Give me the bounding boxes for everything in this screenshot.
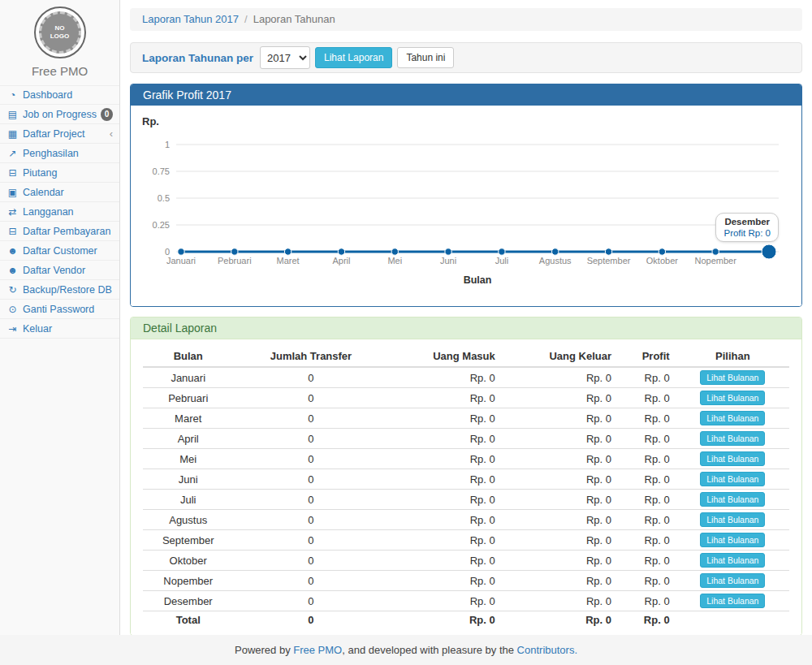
year-select[interactable]: 2017 — [260, 46, 310, 69]
footer-link-free-pmo[interactable]: Free PMO — [293, 644, 342, 656]
lihat-bulanan-button-mei[interactable]: Lihat Bulanan — [700, 451, 765, 466]
detail-panel-title: Detail Laporan — [131, 317, 801, 339]
money-icon: ⊟ — [6, 226, 19, 237]
lihat-bulanan-button-juni[interactable]: Lihat Bulanan — [700, 472, 765, 486]
table-cell: Rp. 0 — [618, 490, 676, 510]
table-cell: Rp. 0 — [502, 469, 618, 490]
lihat-bulanan-button-april[interactable]: Lihat Bulanan — [700, 431, 765, 446]
breadcrumb-link-laporan-tahun[interactable]: Laporan Tahun 2017 — [142, 13, 239, 25]
table-cell: Juni — [143, 469, 233, 490]
chevron-left-icon: ‹ — [110, 127, 113, 140]
x-tick-label: September — [587, 256, 631, 266]
lihat-bulanan-button-juli[interactable]: Lihat Bulanan — [700, 492, 765, 507]
this-year-button[interactable]: Tahun ini — [397, 47, 454, 68]
table-cell: Rp. 0 — [388, 510, 501, 530]
lihat-bulanan-button-pebruari[interactable]: Lihat Bulanan — [700, 391, 765, 405]
table-row-mei: Mei0Rp. 0Rp. 0Rp. 0Lihat Bulanan — [143, 449, 789, 469]
sidebar-item-job-on-progress[interactable]: ▤Job on Progress0 — [0, 105, 119, 124]
lihat-bulanan-button-nopember[interactable]: Lihat Bulanan — [700, 573, 765, 588]
data-point-nopember[interactable] — [712, 248, 719, 255]
table-cell: Lihat Bulanan — [676, 591, 789, 611]
dashboard-icon: ◔ — [6, 89, 19, 101]
sidebar-item-backup-restore-db[interactable]: ↻Backup/Restore DB — [0, 280, 119, 300]
data-point-mei[interactable] — [391, 248, 398, 255]
sign-out-icon: ⇥ — [6, 323, 19, 335]
lihat-bulanan-button-agustus[interactable]: Lihat Bulanan — [700, 512, 765, 527]
view-report-button[interactable]: Lihat Laporan — [315, 47, 392, 68]
table-cell: Rp. 0 — [618, 510, 676, 530]
tooltip-value: Profit Rp: 0 — [723, 228, 771, 238]
chart-x-axis-title: Bulan — [464, 274, 492, 286]
table-cell: Rp. 0 — [618, 591, 676, 611]
sidebar-item-keluar[interactable]: ⇥Keluar — [0, 319, 119, 339]
lihat-bulanan-button-september[interactable]: Lihat Bulanan — [700, 533, 765, 547]
table-row-september: September0Rp. 0Rp. 0Rp. 0Lihat Bulanan — [143, 530, 789, 551]
sidebar-item-piutang[interactable]: ⊟Piutang — [0, 163, 119, 183]
sidebar-item-daftar-project[interactable]: ▦Daftar Project‹ — [0, 124, 119, 144]
app-logo: NO LOGO — [0, 0, 119, 58]
report-form-label: Laporan Tahunan per — [142, 52, 253, 64]
table-cell: Rp. 0 — [388, 388, 501, 408]
sidebar-item-label: Daftar Customer — [23, 245, 97, 257]
sidebar-item-calendar[interactable]: ▣Calendar — [0, 183, 119, 202]
table-cell: 0 — [233, 408, 388, 429]
table-cell: 0 — [233, 551, 388, 571]
table-row-juli: Juli0Rp. 0Rp. 0Rp. 0Lihat Bulanan — [143, 490, 789, 510]
sidebar-item-penghasilan[interactable]: ↗Penghasilan — [0, 144, 119, 163]
footer-link-contributors[interactable]: Contributors. — [517, 644, 577, 656]
lihat-bulanan-button-januari[interactable]: Lihat Bulanan — [700, 370, 765, 385]
table-cell: 0 — [233, 611, 388, 629]
data-point-maret[interactable] — [284, 248, 291, 255]
sidebar-item-ganti-password[interactable]: ⊙Ganti Password — [0, 300, 119, 319]
sidebar-item-label: Dashboard — [23, 89, 72, 101]
table-row-april: April0Rp. 0Rp. 0Rp. 0Lihat Bulanan — [143, 429, 789, 449]
table-cell: Rp. 0 — [388, 367, 501, 388]
sidebar-item-daftar-pembayaran[interactable]: ⊟Daftar Pembayaran — [0, 222, 119, 241]
table-cell: 0 — [233, 469, 388, 490]
data-point-desember[interactable] — [762, 244, 776, 259]
table-cell: Total — [143, 611, 233, 629]
data-point-april[interactable] — [338, 248, 344, 255]
table-cell: Rp. 0 — [502, 591, 618, 611]
sidebar-item-label: Daftar Pembayaran — [23, 226, 110, 237]
footer-text-2: , and developed with pleasure by the — [342, 644, 516, 656]
refresh-icon: ↻ — [6, 284, 19, 296]
data-point-oktober[interactable] — [659, 248, 665, 255]
profit-chart: Rp.00.250.50.751JanuariPebruariMaretApri… — [137, 112, 795, 300]
data-point-juli[interactable] — [499, 248, 505, 255]
lihat-bulanan-button-oktober[interactable]: Lihat Bulanan — [700, 553, 765, 568]
table-cell: 0 — [233, 591, 388, 611]
data-point-januari[interactable] — [178, 248, 184, 255]
table-row-januari: Januari0Rp. 0Rp. 0Rp. 0Lihat Bulanan — [143, 367, 789, 388]
y-tick-label: 0.25 — [153, 220, 170, 230]
table-cell: Rp. 0 — [388, 449, 501, 469]
data-point-september[interactable] — [605, 248, 611, 255]
table-cell: Rp. 0 — [502, 551, 618, 571]
table-cell: Nopember — [143, 571, 233, 591]
footer-text-1: Powered by — [235, 644, 293, 656]
lihat-bulanan-button-maret[interactable]: Lihat Bulanan — [700, 411, 765, 425]
sidebar-item-daftar-vendor[interactable]: ☻Daftar Vendor — [0, 261, 119, 280]
sidebar-item-langganan[interactable]: ⇄Langganan — [0, 202, 119, 222]
line-chart-icon: ↗ — [6, 148, 19, 159]
data-point-agustus[interactable] — [552, 248, 559, 255]
table-cell: Rp. 0 — [618, 611, 676, 629]
data-point-pebruari[interactable] — [231, 248, 238, 255]
sidebar-item-label: Job on Progress — [23, 109, 97, 120]
sidebar-item-dashboard[interactable]: ◔Dashboard — [0, 85, 119, 105]
table-cell: Lihat Bulanan — [676, 408, 789, 429]
profit-line-chart[interactable]: Rp.00.250.50.751JanuariPebruariMaretApri… — [137, 112, 797, 297]
sidebar-item-daftar-customer[interactable]: ☻Daftar Customer — [0, 241, 119, 261]
breadcrumb-current: Laporan Tahunan — [253, 13, 335, 25]
table-cell: Lihat Bulanan — [676, 571, 789, 591]
table-cell: Lihat Bulanan — [676, 429, 789, 449]
header-profit: Profit — [618, 346, 676, 367]
chart-tooltip: Desember Profit Rp: 0 — [715, 213, 779, 242]
table-cell: 0 — [233, 530, 388, 551]
data-point-juni[interactable] — [445, 248, 451, 255]
table-cell: Oktober — [143, 551, 233, 571]
lock-icon: ⊙ — [6, 304, 19, 315]
table-icon: ▦ — [6, 128, 19, 140]
table-cell: Rp. 0 — [388, 551, 501, 571]
lihat-bulanan-button-desember[interactable]: Lihat Bulanan — [700, 594, 765, 608]
